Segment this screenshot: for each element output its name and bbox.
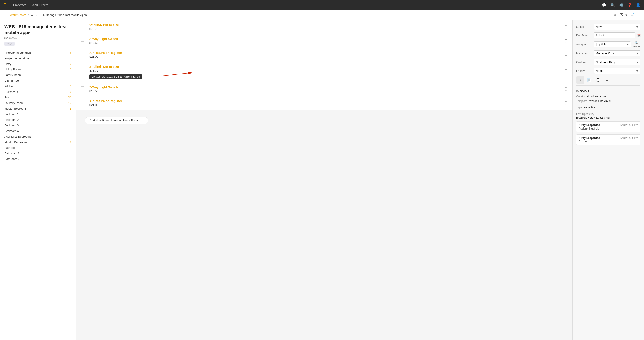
status-select[interactable]: New In Progress Complete xyxy=(594,24,640,30)
sidebar-navigation: Property Information7Project Information… xyxy=(4,50,71,162)
sidebar-item-living-room[interactable]: Living Room4 xyxy=(4,67,71,72)
user-icon[interactable]: 👤 xyxy=(636,3,640,7)
vendor-button[interactable]: 🔍 Vendor xyxy=(632,41,640,48)
item-checkbox[interactable] xyxy=(80,86,84,90)
project-title: WEB - 515 manage items test mobile apps xyxy=(4,24,71,35)
breadcrumb-current: WEB - 515 Manage Items Test Mobile Apps xyxy=(31,13,87,16)
image-view-group[interactable]: 🖼 20 xyxy=(620,13,628,17)
item-move-down[interactable]: ▼ xyxy=(564,27,568,30)
sidebar-item-label: Dining Room xyxy=(4,79,21,82)
work-item-content: 2" blind- Cut to size$78.75 xyxy=(90,23,562,31)
priority-select[interactable]: None Low Medium High xyxy=(594,68,640,74)
priority-label: Priority xyxy=(576,69,592,72)
work-item-name[interactable]: 2" blind- Cut to size xyxy=(90,65,562,68)
sidebar-item-dining-room[interactable]: Dining Room xyxy=(4,78,71,84)
left-sidebar: WEB - 515 manage items test mobile apps … xyxy=(0,20,76,340)
work-item-name[interactable]: 3-Way Light Switch xyxy=(90,86,562,89)
manager-select[interactable]: Manager Kirby xyxy=(594,50,640,56)
sidebar-item-bathroom-3[interactable]: Bathroom 3 xyxy=(4,156,71,162)
item-move-up[interactable]: ▲ xyxy=(564,86,568,88)
sidebar-item-kitchen[interactable]: Kitchen6 xyxy=(4,84,71,89)
work-item-price: $78.75 xyxy=(90,69,562,72)
item-sort-arrows: ▲▼ xyxy=(564,37,568,44)
work-item-content: 3-Way Light Switch$10.50 xyxy=(90,86,562,93)
back-button[interactable]: ← xyxy=(4,13,7,17)
item-move-down[interactable]: ▼ xyxy=(564,41,568,44)
tab-comment[interactable]: 💬 xyxy=(594,76,602,84)
item-move-down[interactable]: ▼ xyxy=(564,54,568,58)
work-item-name[interactable]: Air Return or Register xyxy=(90,51,562,54)
creator-key: Creator xyxy=(576,94,585,99)
sidebar-item-bedroom-2[interactable]: Bedroom 2 xyxy=(4,117,71,122)
add-items-container: Add New Items: Laundry Room Repairs... xyxy=(76,110,572,131)
activity-name: Kirby Leopardas xyxy=(579,124,600,126)
sidebar-item-additional-bedrooms[interactable]: Additional Bedrooms xyxy=(4,134,71,139)
work-item-name[interactable]: 2" blind- Cut to size xyxy=(90,23,562,27)
table-view-group[interactable]: ⊞ 38 xyxy=(611,13,618,17)
item-move-up[interactable]: ▲ xyxy=(564,37,568,40)
sidebar-item-master-bedroom[interactable]: Master Bedroom2 xyxy=(4,106,71,112)
nav-work-orders[interactable]: Work Orders xyxy=(32,3,48,7)
tab-chat[interactable]: 🗨 xyxy=(603,76,611,84)
sidebar-item-bedroom-1[interactable]: Bedroom 1 xyxy=(4,112,71,117)
sidebar-item-bathroom-1[interactable]: Bathroom 1 xyxy=(4,145,71,150)
breadcrumb-bar: ← Work Orders / WEB - 515 Manage Items T… xyxy=(0,10,644,20)
settings-icon[interactable]: ⚙️ xyxy=(619,3,624,7)
tab-info[interactable]: ℹ xyxy=(576,76,584,84)
add-items-button[interactable]: Add New Items: Laundry Room Repairs... xyxy=(85,117,148,124)
sidebar-item-bedroom-3[interactable]: Bedroom 3 xyxy=(4,122,71,128)
sidebar-item-bathroom-2[interactable]: Bathroom 2 xyxy=(4,150,71,156)
customer-select[interactable]: Customer Kirby xyxy=(594,59,640,65)
sidebar-item-hallways[interactable]: Hallway(s)2 xyxy=(4,89,71,94)
calendar-icon[interactable]: 📅 xyxy=(637,34,641,37)
sidebar-item-master-bathroom[interactable]: Master Bathroom2 xyxy=(4,139,71,145)
work-item-name[interactable]: Air Return or Register xyxy=(90,99,562,103)
item-move-up[interactable]: ▲ xyxy=(564,99,568,102)
top-nav: F Properties Work Orders 💬 🔍 ⚙️ ❓ 👤 xyxy=(0,0,644,10)
table-icon: ⊞ xyxy=(611,13,614,17)
tab-document[interactable]: 📄 xyxy=(585,76,593,84)
document-view-group[interactable]: 📄 xyxy=(630,13,634,17)
nav-properties[interactable]: Properties xyxy=(13,3,26,7)
work-item-name[interactable]: 3-Way Light Switch xyxy=(90,37,562,41)
item-move-up[interactable]: ▲ xyxy=(564,51,568,54)
sidebar-item-label: Additional Bedrooms xyxy=(4,135,31,138)
sidebar-item-project-information[interactable]: Project Information xyxy=(4,56,71,61)
last-update-value: jj-qafield • 9/27/22 5:23 PM xyxy=(576,116,640,119)
sidebar-item-label: Bedroom 3 xyxy=(4,124,19,127)
breadcrumb-parent[interactable]: Work Orders xyxy=(10,13,26,16)
item-move-down[interactable]: ▼ xyxy=(564,103,568,106)
project-tag: AGS xyxy=(4,42,14,46)
chat-icon[interactable]: 💬 xyxy=(602,3,606,7)
assigned-select[interactable]: jj-qafield xyxy=(594,42,631,48)
sidebar-item-stairs[interactable]: Stairs24 xyxy=(4,94,71,100)
item-checkbox[interactable] xyxy=(80,52,84,56)
item-checkbox[interactable] xyxy=(80,38,84,42)
vendor-label: Vendor xyxy=(632,45,640,48)
item-move-down[interactable]: ▼ xyxy=(564,68,568,72)
center-content: 2" blind- Cut to size$78.75▲▼3-Way Light… xyxy=(76,20,572,340)
item-move-down[interactable]: ▼ xyxy=(564,89,568,92)
item-checkbox[interactable] xyxy=(80,66,84,69)
item-move-up[interactable]: ▲ xyxy=(564,23,568,26)
activity-name: Kirby Leopardas xyxy=(579,136,600,140)
item-move-up[interactable]: ▲ xyxy=(564,65,568,68)
manager-row: Manager Manager Kirby xyxy=(576,50,640,56)
info-section: ID 504042 Creator Kirby Leopardas Templa… xyxy=(576,89,640,110)
item-sort-arrows: ▲▼ xyxy=(564,51,568,58)
id-row: ID 504042 xyxy=(576,89,640,94)
more-options-button[interactable]: ••• xyxy=(637,13,640,16)
sidebar-item-property-information[interactable]: Property Information7 xyxy=(4,50,71,56)
work-item-content: Air Return or Register$21.00 xyxy=(90,99,562,107)
item-checkbox[interactable] xyxy=(80,100,84,104)
help-icon[interactable]: ❓ xyxy=(628,3,632,7)
sidebar-item-badge: 24 xyxy=(68,96,71,99)
search-icon[interactable]: 🔍 xyxy=(610,3,615,7)
last-update-section: Last Update by jj-qafield • 9/27/22 5:23… xyxy=(576,112,640,119)
sidebar-item-bedroom-4[interactable]: Bedroom 4 xyxy=(4,128,71,134)
item-checkbox[interactable] xyxy=(80,24,84,28)
sidebar-item-laundry-room[interactable]: Laundry Room12 xyxy=(4,100,71,106)
due-date-input[interactable] xyxy=(594,32,635,38)
sidebar-item-family-room[interactable]: Family Room3 xyxy=(4,72,71,78)
sidebar-item-entry[interactable]: Entry6 xyxy=(4,61,71,67)
